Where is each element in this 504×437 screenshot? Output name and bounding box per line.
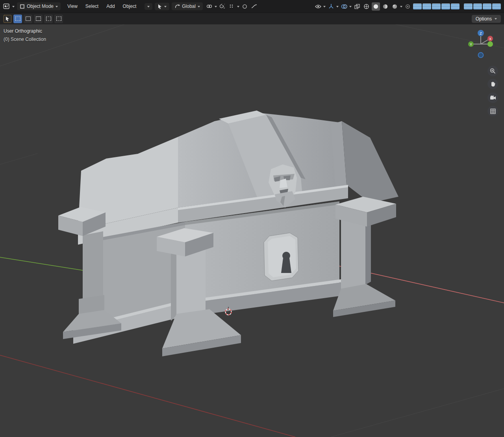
chevron-down-icon — [56, 6, 58, 9]
shading-wireframe-icon[interactable] — [362, 2, 371, 11]
visibility-icon[interactable] — [314, 2, 322, 11]
gizmo-neg-z-ball[interactable] — [478, 53, 484, 58]
options-label: Options — [476, 16, 492, 22]
select-box-button[interactable] — [13, 15, 22, 23]
chevron-down-icon[interactable] — [349, 6, 352, 9]
zoom-icon — [490, 68, 496, 74]
render-pass-icon[interactable] — [404, 2, 412, 11]
select-intersect-icon — [56, 17, 61, 21]
editor-type-button[interactable] — [3, 4, 15, 9]
orientation-icon — [174, 4, 180, 9]
menu-select[interactable]: Select — [83, 2, 101, 10]
select-invert-icon — [46, 17, 51, 21]
tweak-tool-button[interactable] — [3, 15, 12, 23]
gizmo-pos-y-ball[interactable] — [487, 41, 493, 47]
menubar: View Select Add Object — [65, 2, 139, 10]
select-intersect-button[interactable] — [54, 15, 63, 23]
slider-bar[interactable] — [473, 4, 482, 9]
select-invert-button[interactable] — [44, 15, 53, 23]
grid-toggle-button[interactable] — [487, 106, 498, 116]
header-slider-group-1[interactable] — [413, 4, 460, 9]
mode-label: Object Mode — [27, 4, 54, 9]
gizmo-y-label: Y — [470, 42, 472, 46]
snap-settings-dropdown[interactable] — [215, 6, 217, 9]
navigation-gizmo[interactable]: Z X Y — [464, 28, 497, 64]
cursor-icon — [5, 16, 10, 21]
slider-bar[interactable] — [492, 4, 501, 9]
viewport-canvas[interactable] — [0, 0, 504, 437]
options-button[interactable]: Options — [472, 15, 501, 23]
slider-bar[interactable] — [483, 4, 491, 9]
shading-rendered-icon[interactable] — [391, 2, 399, 11]
camera-view-button[interactable] — [487, 92, 498, 103]
proportional-editing-icon[interactable] — [228, 2, 236, 11]
gizmos-toggle-icon[interactable] — [327, 2, 335, 11]
treasure-chest-model[interactable] — [58, 111, 398, 356]
axis-y-line — [0, 257, 94, 272]
editor-type-icon — [3, 4, 10, 9]
chevron-down-icon — [12, 6, 15, 9]
select-box-icon — [15, 17, 20, 21]
select-subtract-icon — [36, 17, 41, 21]
view-name-label: User Orthographic — [4, 28, 42, 34]
select-subtract-button[interactable] — [34, 15, 43, 23]
shading-solid-icon[interactable] — [372, 2, 380, 11]
select-extend-button[interactable] — [24, 15, 32, 23]
transform-orientation-dropdown[interactable]: Global — [172, 2, 203, 10]
shading-material-icon[interactable] — [381, 2, 389, 11]
chevron-down-icon[interactable] — [237, 6, 239, 9]
hand-icon — [490, 81, 496, 87]
chevron-down-icon — [147, 6, 150, 9]
slider-bar[interactable] — [451, 4, 460, 9]
slider-bar[interactable] — [413, 4, 422, 9]
falloff-circle-icon[interactable] — [241, 2, 249, 11]
select-extend-icon — [26, 17, 31, 21]
chest-lock-plate — [264, 233, 298, 281]
slider-bar[interactable] — [422, 4, 431, 9]
shading-dropdown[interactable] — [400, 6, 402, 9]
tool-settings-bar: Options — [0, 13, 504, 24]
chevron-down-icon — [164, 6, 167, 9]
gizmo-x-label: X — [489, 37, 491, 41]
viewport-header: Object Mode View Select Add Object Globa… — [0, 0, 504, 13]
spiral-icon[interactable] — [218, 2, 226, 11]
pivot-point-dropdown[interactable] — [145, 3, 152, 10]
slider-bar[interactable] — [464, 4, 472, 9]
falloff-curve-icon[interactable] — [250, 2, 258, 11]
active-tool-dropdown[interactable] — [155, 3, 169, 10]
overlays-toggle-icon[interactable] — [340, 2, 348, 11]
zoom-button[interactable] — [487, 66, 498, 76]
chevron-down-icon[interactable] — [336, 6, 339, 9]
chevron-down-icon — [495, 18, 497, 21]
menu-add[interactable]: Add — [104, 2, 117, 10]
xray-toggle-icon[interactable] — [353, 2, 361, 11]
slider-bar[interactable] — [441, 4, 450, 9]
pan-button[interactable] — [487, 79, 498, 89]
mode-select[interactable]: Object Mode — [17, 2, 61, 10]
header-slider-group-2[interactable] — [464, 4, 501, 9]
chevron-down-icon — [198, 6, 200, 9]
menu-view[interactable]: View — [65, 2, 80, 10]
object-mode-icon — [20, 4, 25, 9]
gizmo-z-label: Z — [480, 31, 482, 35]
slider-bar[interactable] — [432, 4, 441, 9]
camera-icon — [490, 95, 496, 100]
active-collection-label: (0) Scene Collection — [4, 37, 46, 42]
snap-icon[interactable] — [205, 2, 213, 11]
grid-icon — [490, 109, 496, 114]
menu-object[interactable]: Object — [120, 2, 139, 10]
axis-x-line-2 — [0, 355, 295, 437]
orientation-label: Global — [182, 4, 196, 9]
chevron-down-icon[interactable] — [323, 6, 326, 9]
cursor-icon — [158, 4, 162, 9]
